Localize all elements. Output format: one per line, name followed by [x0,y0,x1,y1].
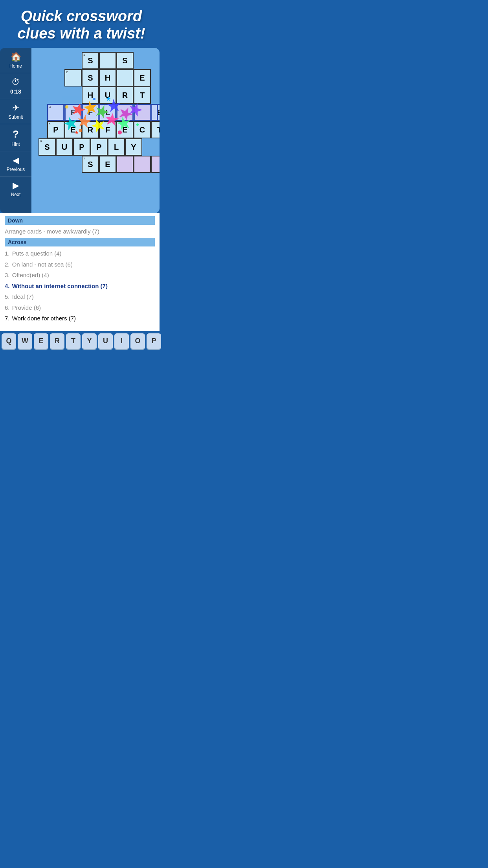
hint-label: Hint [11,142,20,147]
key-w[interactable]: W [18,333,32,350]
cell-r5c4[interactable]: F [99,121,116,138]
puzzle-panel: 1 S S 2 S H E H U R T 4 F F L [31,48,160,213]
cell-r5c1[interactable]: 5 P [47,121,64,138]
cell-r7c3[interactable]: 7 S [82,156,99,173]
cell-r2c2[interactable]: 2 [64,69,82,86]
clue-item-1[interactable]: 1. Puts a question (4) [5,248,155,259]
key-y[interactable]: Y [82,333,97,350]
cell-r1c5[interactable]: S [116,52,134,69]
clue-item-5[interactable]: 5. Ideal (7) [5,291,155,302]
submit-icon: ✈ [12,103,19,113]
cell-r2c6[interactable]: E [134,69,151,86]
cell-r6c0[interactable]: 6 S [39,138,56,156]
main-container: 🏠 Home ⏱ 0:18 ✈ Submit ? Hint ◀ Previous… [0,48,160,213]
hint-icon: ? [13,128,19,140]
key-e[interactable]: E [34,333,48,350]
previous-icon: ◀ [13,155,19,166]
cell-r7c6[interactable] [134,156,151,173]
cell-r3c6[interactable]: T [134,86,151,104]
key-p[interactable]: P [147,333,161,350]
cell-r2c3[interactable]: S [82,69,99,86]
home-button[interactable]: 🏠 Home [0,48,31,73]
cell-r7c4[interactable]: E [99,156,116,173]
cell-r6c5[interactable]: Y [125,138,142,156]
cell-r6c1[interactable]: U [56,138,73,156]
cell-r5c7[interactable]: T [151,121,160,138]
across-header: Across [5,238,155,246]
cell-r5c3[interactable]: R [82,121,99,138]
clue-item-4[interactable]: 4. Without an internet connection (7) [5,281,155,292]
cell-r3c5[interactable]: R [116,86,134,104]
down-header: Down [5,216,155,225]
key-i[interactable]: I [114,333,129,350]
submit-button[interactable]: ✈ Submit [0,99,31,124]
key-r[interactable]: R [50,333,64,350]
page-title: Quick crossword clues with a twist! [8,8,155,42]
cell-r1c3[interactable]: 1 S [82,52,99,69]
clue-item-2[interactable]: 2. On land - not at sea (6) [5,259,155,270]
submit-label: Submit [8,114,23,120]
clock-icon: ⏱ [11,77,20,87]
home-label: Home [9,63,22,69]
hint-button[interactable]: ? Hint [0,124,31,151]
home-icon: 🏠 [11,52,21,62]
cell-r6c2[interactable]: P [73,138,90,156]
cell-r1c4[interactable] [99,52,116,69]
clue-item-7[interactable]: 7. Work done for others (7) [5,313,155,324]
cell-r5c5[interactable]: E [116,121,134,138]
clues-panel: Down Arrange cards - move awkwardly (7) … [0,213,160,331]
cell-r2c4[interactable]: H [99,69,116,86]
cell-r6c3[interactable]: P [90,138,108,156]
keyboard: Q W E R T Y U I O P [0,331,163,352]
cell-r7c5[interactable] [116,156,134,173]
clue-item-3[interactable]: 3. Offend(ed) (4) [5,270,155,281]
key-o[interactable]: O [130,333,145,350]
header: Quick crossword clues with a twist! [0,0,163,48]
active-row-highlight [47,104,158,121]
key-t[interactable]: T [66,333,81,350]
key-q[interactable]: Q [2,333,16,350]
next-button[interactable]: ▶ Next [0,177,31,201]
previous-button[interactable]: ◀ Previous [0,151,31,177]
clue-item-6[interactable]: 6. Provide (6) [5,302,155,313]
key-u[interactable]: U [98,333,113,350]
next-label: Next [11,192,21,197]
next-icon: ▶ [13,180,19,191]
timer-display: ⏱ 0:18 [0,73,31,99]
cell-r6c4[interactable]: L [108,138,125,156]
sidebar: 🏠 Home ⏱ 0:18 ✈ Submit ? Hint ◀ Previous… [0,48,31,213]
down-clue: Arrange cards - move awkwardly (7) [5,226,155,236]
cell-r3c4[interactable]: U [99,86,116,104]
cell-r5c6[interactable]: C [134,121,151,138]
previous-label: Previous [7,167,25,172]
cell-r3c3[interactable]: H [82,86,99,104]
crossword-grid: 1 S S 2 S H E H U R T 4 F F L [35,52,156,186]
cell-r5c2[interactable]: E [64,121,82,138]
cell-r7c7[interactable] [151,156,160,173]
cell-r2c5[interactable] [116,69,134,86]
timer-value: 0:18 [10,88,21,95]
